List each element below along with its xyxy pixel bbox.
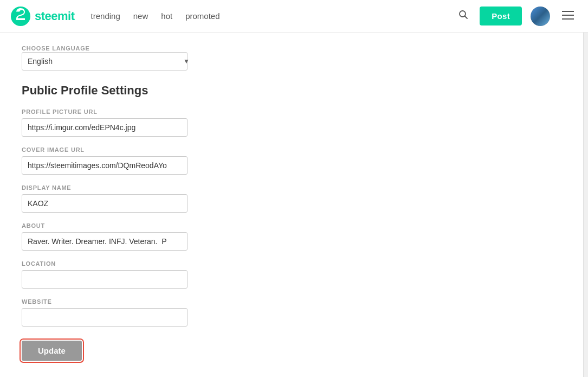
nav-promoted[interactable]: promoted: [185, 11, 219, 21]
website-group: WEBSITE: [22, 298, 195, 327]
nav-hot[interactable]: hot: [161, 11, 172, 21]
avatar-image: [531, 7, 550, 26]
profile-picture-group: PROFILE PICTURE URL: [22, 108, 195, 137]
location-input[interactable]: [22, 270, 188, 289]
profile-settings-title: Public Profile Settings: [22, 84, 195, 98]
nav-new[interactable]: new: [133, 11, 148, 21]
update-button[interactable]: Update: [22, 341, 82, 361]
about-label: ABOUT: [22, 222, 195, 229]
profile-picture-label: PROFILE PICTURE URL: [22, 108, 195, 115]
profile-picture-input[interactable]: [22, 118, 188, 137]
cover-image-input[interactable]: [22, 156, 188, 175]
navbar: steemit trending new hot promoted Post: [0, 0, 588, 33]
main-nav: trending new hot promoted: [91, 11, 456, 21]
cover-image-group: COVER IMAGE URL: [22, 146, 195, 175]
about-group: ABOUT: [22, 222, 195, 251]
cover-image-label: COVER IMAGE URL: [22, 146, 195, 153]
about-input[interactable]: [22, 232, 188, 251]
location-label: LOCATION: [22, 260, 195, 267]
search-button[interactable]: [456, 7, 471, 25]
hamburger-icon: [562, 10, 574, 20]
svg-line-2: [465, 16, 468, 19]
main-content: CHOOSE LANGUAGE English Spanish French G…: [0, 33, 217, 372]
steemit-logo-icon: [11, 7, 30, 26]
display-name-group: DISPLAY NAME: [22, 184, 195, 213]
display-name-input[interactable]: [22, 194, 188, 213]
nav-trending[interactable]: trending: [91, 11, 120, 21]
logo-text: steemit: [35, 9, 75, 23]
search-icon: [458, 9, 469, 20]
hamburger-menu-button[interactable]: [559, 8, 577, 24]
language-section: CHOOSE LANGUAGE English Spanish French G…: [22, 43, 195, 71]
post-button[interactable]: Post: [480, 7, 522, 25]
language-label: CHOOSE LANGUAGE: [22, 45, 90, 52]
avatar-button[interactable]: [531, 7, 550, 26]
language-select-wrapper: English Spanish French German Chinese Ja…: [22, 52, 195, 71]
logo-link[interactable]: steemit: [11, 7, 75, 26]
website-input[interactable]: [22, 308, 188, 327]
website-label: WEBSITE: [22, 298, 195, 305]
language-select[interactable]: English Spanish French German Chinese Ja…: [22, 52, 188, 71]
location-group: LOCATION: [22, 260, 195, 289]
navbar-actions: Post: [456, 7, 577, 26]
display-name-label: DISPLAY NAME: [22, 184, 195, 191]
